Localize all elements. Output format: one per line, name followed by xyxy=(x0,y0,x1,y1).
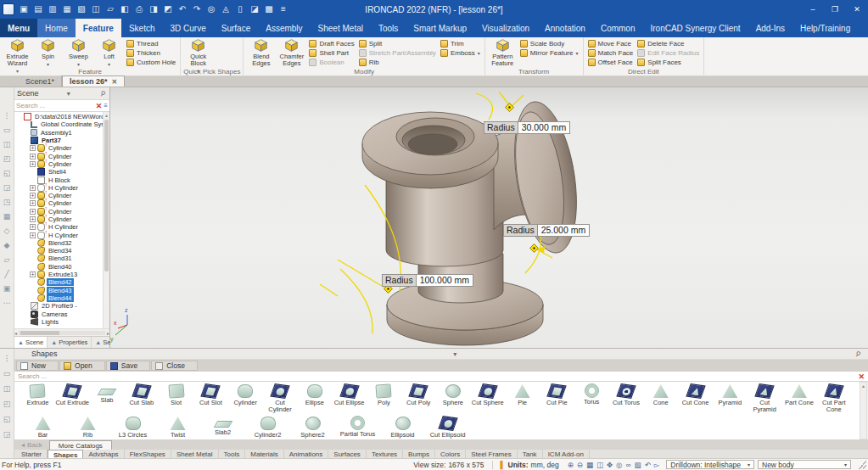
shape-item-ellipsoid[interactable]: Ellipsoid xyxy=(380,414,425,439)
shape-item-cut-cone[interactable]: Cut Cone xyxy=(678,382,713,406)
expand-icon[interactable]: + xyxy=(30,200,36,206)
customize-icon[interactable]: ≡ xyxy=(277,3,289,15)
shape-item-pie[interactable]: Pie xyxy=(505,382,540,406)
expand-icon[interactable]: + xyxy=(30,216,36,222)
maximize-button[interactable]: ❐ xyxy=(824,2,846,17)
block-a-icon[interactable]: ◫ xyxy=(3,384,11,393)
panel-tab-properties[interactable]: ▲Properties xyxy=(48,337,92,348)
shape-item-rib[interactable]: Rib xyxy=(65,414,110,439)
ribbon-button-stretch-part-assembly[interactable]: Stretch Part/Assembly xyxy=(357,48,438,58)
ribbon-button-pattern-feature[interactable]: Pattern Feature xyxy=(488,38,518,68)
shape-item-extrude[interactable]: Extrude xyxy=(20,382,55,406)
expand-icon[interactable]: + xyxy=(30,232,36,238)
tree-item-h-cylinder[interactable]: +H Cylinder xyxy=(14,223,109,231)
collapse-icon[interactable]: ▾ xyxy=(64,90,73,98)
print-icon[interactable]: ⎙ xyxy=(133,3,145,15)
open-folder-icon[interactable]: ▤ xyxy=(32,3,44,15)
shape-item-l3-circles[interactable]: L3 Circles xyxy=(110,414,155,439)
radius-annotation[interactable]: Radius100.000 mm xyxy=(382,274,473,287)
tree-item-cylinder[interactable]: +Cylinder xyxy=(14,160,109,168)
shape-item-sphere2[interactable]: Sphere2 xyxy=(290,414,335,439)
plane-icon[interactable]: ▭ xyxy=(3,369,11,378)
ribbon-button-boolean[interactable]: Boolean xyxy=(307,58,356,67)
menu-tab-home[interactable]: Home xyxy=(37,19,76,37)
dropdown-icon[interactable] xyxy=(575,49,578,57)
shape-item-cut-pyramid[interactable]: Cut Pyramid xyxy=(748,382,782,413)
shade-mode-icon[interactable]: ◫ xyxy=(596,461,603,469)
camera-icon[interactable]: ▦ xyxy=(586,461,593,469)
redo-icon[interactable]: ↷ xyxy=(191,3,203,15)
menu-tab-visualization[interactable]: Visualization xyxy=(474,19,537,37)
ribbon-button-scale-body[interactable]: Scale Body xyxy=(518,39,580,48)
scene-new-icon[interactable]: ▣ xyxy=(18,3,30,15)
render-icon[interactable]: ◎ xyxy=(616,461,622,469)
tree-item-blend34[interactable]: Blend34 xyxy=(14,247,109,255)
annotation-value[interactable]: 100.000 mm xyxy=(417,274,473,287)
clear-search-icon[interactable]: ✕ xyxy=(96,102,103,110)
doc-tab-scene1[interactable]: Scene1* xyxy=(19,76,62,87)
ribbon-button-split-faces[interactable]: Split Faces xyxy=(636,58,701,67)
annotation-value[interactable]: 30.000 mm xyxy=(518,121,571,134)
shape-item-cut-ellipsoid[interactable]: Cut Ellipsoid xyxy=(425,414,470,439)
shape-item-cut-pie[interactable]: Cut Pie xyxy=(540,382,574,406)
shape-item-cut-poly[interactable]: Cut Poly xyxy=(401,382,436,406)
radius-annotation[interactable]: Radius30.000 mm xyxy=(484,121,570,134)
select-arrow-icon[interactable]: ▻ xyxy=(654,461,660,469)
tree-item-lights[interactable]: Lights xyxy=(14,318,109,326)
expand-icon[interactable]: + xyxy=(30,224,36,230)
shape-item-sphere[interactable]: Sphere xyxy=(436,382,471,406)
ribbon-button-trim[interactable]: Trim xyxy=(439,39,482,48)
tree-item-cylinder[interactable]: +Cylinder xyxy=(14,199,109,207)
link-icon[interactable]: ▧ xyxy=(76,3,87,15)
catalog-search[interactable]: Search ... ✕ xyxy=(14,372,868,382)
radius-annotation[interactable]: Radius25.000 mm xyxy=(503,224,590,237)
tree-item-blend44[interactable]: Blend44 xyxy=(14,294,109,302)
tree-item-cylinder[interactable]: +Cylinder xyxy=(14,215,109,223)
tree-item-h-cylinder[interactable]: +H Cylinder xyxy=(14,184,109,192)
drilldown-select[interactable]: Drilldown: Intellishape xyxy=(666,460,754,469)
dots-icon[interactable]: ⋮ xyxy=(3,354,11,362)
viewport-3d[interactable]: z x y Radius30.000 mmRadius25.000 mmRadi… xyxy=(110,87,868,348)
tree-item-cameras[interactable]: Cameras xyxy=(14,310,109,317)
open-icon[interactable]: ▱ xyxy=(104,3,116,15)
shape-item-slab2[interactable]: Slab2 xyxy=(200,414,245,436)
block-d-icon[interactable]: ◲ xyxy=(3,183,11,192)
shape-item-cylinder2[interactable]: Cylinder2 xyxy=(245,414,290,439)
shape-item-cut-torus[interactable]: Cut Torus xyxy=(609,382,644,406)
block-b-icon[interactable]: ◰ xyxy=(3,400,11,408)
box-icon[interactable]: ▣ xyxy=(3,284,11,293)
tree-item-blend43[interactable]: Blend43 xyxy=(14,287,109,294)
ribbon-button-custom-hole[interactable]: Custom Hole xyxy=(125,58,177,67)
ribbon-button-emboss[interactable]: Emboss xyxy=(439,48,482,58)
ribbon-button-sweep[interactable]: Sweep xyxy=(64,38,93,68)
ribbon-button-edit-face-radius[interactable]: Edit Face Radius xyxy=(636,48,701,58)
ribbon-button-draft-faces[interactable]: Draft Faces xyxy=(307,39,356,48)
ribbon-button-split[interactable]: Split xyxy=(357,39,438,48)
close-tab-icon[interactable]: ✕ xyxy=(112,78,118,86)
ribbon-button-rib[interactable]: Rib xyxy=(357,58,438,67)
save-as-icon[interactable]: ◧ xyxy=(119,3,131,15)
undo-view-icon[interactable]: ↶ xyxy=(645,461,651,469)
body-select[interactable]: New body xyxy=(758,460,851,469)
export-icon[interactable]: ▦ xyxy=(61,3,73,15)
triball-icon[interactable]: ◬ xyxy=(220,3,232,15)
scene-tree-hscrollbar[interactable]: ◂ ▸ xyxy=(14,328,109,336)
menu-tab-assembly[interactable]: Assembly xyxy=(258,19,310,37)
shape-item-torus[interactable]: Torus xyxy=(574,382,609,406)
ribbon-button-extrude-wizard[interactable]: Extrude Wizard xyxy=(3,38,32,68)
tree-item-2d-profile9[interactable]: 2D Profile9 - xyxy=(14,302,109,310)
expand-icon[interactable]: + xyxy=(30,193,36,199)
tree-item-d-data-2018-new-word-tech-n[interactable]: D:\data\2018 NEW\Word\TECH-N xyxy=(14,113,109,120)
scene-search[interactable]: Search ... ✕ ≡ xyxy=(14,100,109,112)
move-icon[interactable]: ✥ xyxy=(607,461,613,469)
dots-icon[interactable]: ⋮ xyxy=(3,111,11,120)
shape-item-slot[interactable]: Slot xyxy=(159,382,193,406)
valve-body-part[interactable] xyxy=(362,98,586,345)
expand-icon[interactable]: + xyxy=(30,209,36,215)
tree-item-cylinder[interactable]: +Cylinder xyxy=(14,208,109,215)
ribbon-button-loft[interactable]: Loft xyxy=(94,38,124,68)
scroll-left-icon[interactable]: ◂ xyxy=(14,330,17,336)
back-button[interactable]: ◂ Back xyxy=(14,439,49,450)
tree-item-cylinder[interactable]: +Cylinder xyxy=(14,192,109,199)
shape-item-poly[interactable]: Poly xyxy=(367,382,401,406)
